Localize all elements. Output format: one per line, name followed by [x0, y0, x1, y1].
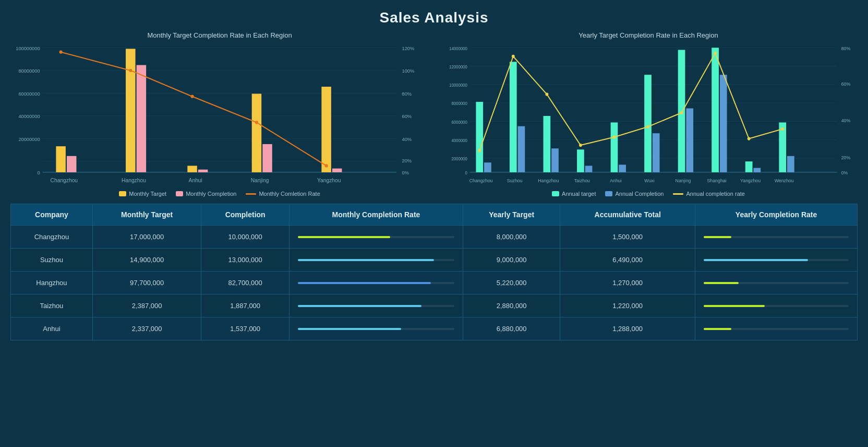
- svg-text:Changzhou: Changzhou: [51, 178, 78, 183]
- svg-text:0: 0: [465, 171, 467, 175]
- svg-text:4000000: 4000000: [451, 138, 467, 143]
- svg-point-85: [613, 135, 616, 138]
- svg-rect-64: [518, 126, 525, 172]
- svg-text:Wenzhou: Wenzhou: [775, 178, 794, 183]
- cell-yearly-target: 2,880,000: [463, 295, 560, 317]
- table-row: Suzhou14,900,00013,000,0009,000,0006,490…: [11, 249, 858, 272]
- svg-text:60000000: 60000000: [18, 91, 40, 97]
- svg-rect-61: [476, 102, 483, 172]
- left-chart-area: 100000000 80000000 60000000 40000000 200…: [10, 42, 429, 189]
- cell-monthly-target: 14,900,000: [92, 249, 201, 272]
- svg-point-84: [579, 144, 582, 147]
- svg-rect-63: [510, 62, 517, 172]
- svg-text:Shanghai: Shanghai: [707, 178, 726, 183]
- svg-rect-77: [745, 161, 753, 172]
- legend-annual-rate-icon: [673, 193, 683, 195]
- col-yearly-rate: Yearly Completion Rate: [695, 204, 858, 226]
- svg-text:Nanjing: Nanjing: [251, 178, 269, 183]
- col-yearly-target: Yearly Target: [463, 204, 560, 226]
- svg-point-88: [714, 52, 717, 55]
- svg-text:Suzhou: Suzhou: [507, 178, 523, 183]
- svg-rect-75: [712, 48, 719, 172]
- legend-monthly-completion-label: Monthly Completion: [186, 191, 236, 197]
- svg-text:Anhui: Anhui: [189, 178, 202, 183]
- cell-company: Hangzhou: [11, 272, 93, 295]
- legend-monthly-rate-label: Monthly Comletion Rate: [259, 191, 320, 197]
- svg-text:Taizhou: Taizhou: [574, 178, 590, 183]
- svg-text:20%: 20%: [402, 158, 412, 163]
- left-chart-svg: 100000000 80000000 60000000 40000000 200…: [10, 42, 429, 189]
- svg-text:120%: 120%: [402, 45, 415, 51]
- legend-annual-target: Annual target: [552, 191, 596, 197]
- svg-point-31: [129, 69, 132, 72]
- cell-yearly-rate: [695, 226, 858, 249]
- cell-yearly-rate: [695, 249, 858, 272]
- cell-monthly-target: 17,000,000: [92, 226, 201, 249]
- legend-annual-completion-label: Annual Completion: [615, 191, 664, 197]
- svg-rect-68: [585, 166, 593, 172]
- cell-yearly-target: 6,880,000: [463, 317, 560, 340]
- cell-accum-total: 1,500,000: [560, 226, 695, 249]
- cell-accum-total: 6,490,000: [560, 249, 695, 272]
- col-accum-total: Accumulative Total: [560, 204, 695, 226]
- cell-accum-total: 1,288,000: [560, 317, 695, 340]
- cell-company: Taizhou: [11, 295, 93, 317]
- svg-text:Wuxi: Wuxi: [644, 178, 654, 183]
- svg-text:20000000: 20000000: [18, 137, 40, 142]
- right-chart: Yearly Target Completion Rate in Each Re…: [439, 31, 858, 198]
- cell-completion: 13,000,000: [201, 249, 290, 272]
- svg-rect-76: [720, 75, 727, 172]
- svg-rect-28: [321, 87, 331, 172]
- svg-text:Hangzhou: Hangzhou: [122, 178, 146, 183]
- legend-annual-rate-label: Annual completion rate: [686, 191, 745, 197]
- table-header-row: Company Monthly Target Completion Monthl…: [11, 204, 858, 226]
- legend-monthly-target-icon: [119, 191, 126, 196]
- svg-text:2000000: 2000000: [451, 157, 467, 161]
- cell-completion: 10,000,000: [201, 226, 290, 249]
- svg-text:Nanjing: Nanjing: [676, 178, 691, 183]
- legend-monthly-rate: Monthly Comletion Rate: [246, 191, 320, 197]
- cell-yearly-target: 8,000,000: [463, 226, 560, 249]
- svg-point-87: [680, 111, 683, 114]
- cell-monthly-rate: [289, 295, 463, 317]
- cell-completion: 82,700,000: [201, 272, 290, 295]
- charts-row: Monthly Target Completion Rate in Each R…: [0, 31, 868, 198]
- svg-point-33: [255, 121, 258, 124]
- data-table: Company Monthly Target Completion Monthl…: [10, 204, 858, 340]
- svg-text:40%: 40%: [402, 137, 412, 142]
- table-row: Hangzhou97,700,00082,700,0005,220,0001,2…: [11, 272, 858, 295]
- cell-completion: 1,887,000: [201, 295, 290, 317]
- cell-monthly-target: 2,387,000: [92, 295, 201, 317]
- cell-yearly-rate: [695, 272, 858, 295]
- svg-text:80%: 80%: [841, 45, 851, 51]
- svg-point-83: [545, 92, 548, 96]
- svg-text:80000000: 80000000: [18, 68, 40, 74]
- legend-annual-completion: Annual Completion: [605, 191, 664, 197]
- svg-rect-25: [198, 170, 208, 172]
- cell-accum-total: 1,270,000: [560, 272, 695, 295]
- svg-text:0%: 0%: [402, 170, 409, 175]
- svg-rect-74: [686, 109, 693, 172]
- svg-text:40000000: 40000000: [18, 114, 40, 119]
- left-chart: Monthly Target Completion Rate in Each R…: [10, 31, 429, 198]
- legend-annual-target-label: Annual target: [562, 191, 596, 197]
- right-chart-legend: Annual target Annual Completion Annual c…: [439, 191, 858, 197]
- cell-monthly-rate: [289, 317, 463, 340]
- table-section: Company Monthly Target Completion Monthl…: [0, 198, 868, 340]
- svg-rect-67: [577, 149, 584, 172]
- cell-company: Suzhou: [11, 249, 93, 272]
- svg-text:40%: 40%: [841, 118, 851, 123]
- left-chart-title: Monthly Target Completion Rate in Each R…: [10, 31, 429, 39]
- cell-monthly-rate: [289, 249, 463, 272]
- legend-monthly-target-label: Monthly Target: [129, 191, 166, 197]
- svg-text:0: 0: [37, 170, 40, 175]
- table-row: Taizhou2,387,0001,887,0002,880,0001,220,…: [11, 295, 858, 317]
- svg-text:80%: 80%: [402, 91, 412, 97]
- cell-yearly-rate: [695, 295, 858, 317]
- svg-text:20%: 20%: [841, 155, 851, 160]
- left-chart-legend: Monthly Target Monthly Completion Monthl…: [10, 191, 429, 197]
- svg-text:Hangzhou: Hangzhou: [538, 178, 559, 183]
- cell-yearly-target: 9,000,000: [463, 249, 560, 272]
- svg-text:100000000: 100000000: [16, 45, 40, 51]
- svg-rect-69: [611, 122, 618, 172]
